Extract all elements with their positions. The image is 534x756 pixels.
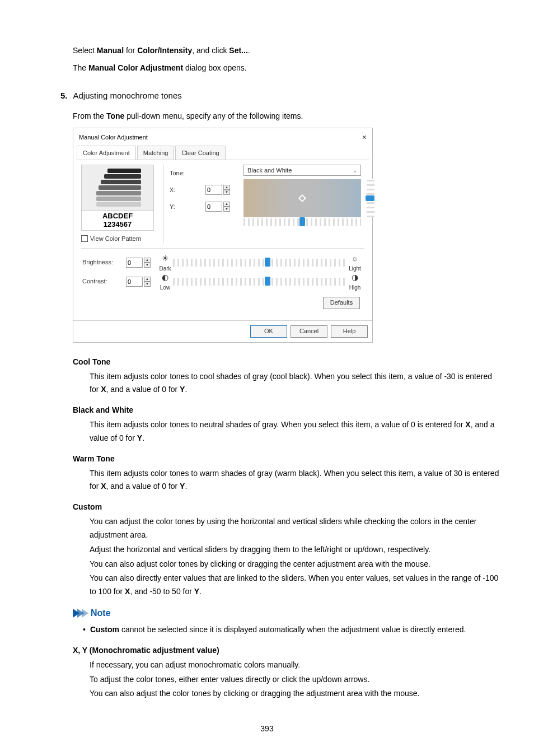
text: . — [185, 482, 187, 491]
brightness-spinner[interactable]: ▲▼ — [126, 254, 157, 271]
custom-p1: You can adjust the color tones by using … — [90, 515, 500, 542]
step-heading: 5. Adjusting monochrome tones — [60, 90, 500, 102]
y-spinner[interactable]: ▲▼ — [205, 198, 239, 215]
brightness-light-icon: ☼ — [345, 253, 364, 264]
custom-p4: You can also directly enter values that … — [90, 572, 500, 599]
contrast-input[interactable] — [126, 277, 143, 287]
text: cannot be selected since it is displayed… — [119, 625, 466, 634]
contrast-row: Contrast: ▲▼ ◐ Low ◑ High — [81, 272, 364, 291]
tab-color-adjustment[interactable]: Color Adjustment — [77, 146, 136, 160]
desc-cool-tone: This item adjusts color tones to cool sh… — [90, 370, 500, 397]
intro-line-1: Select Manual for Color/Intensity, and c… — [73, 45, 500, 57]
contrast-high-icon: ◑ — [345, 272, 364, 283]
cancel-button[interactable]: Cancel — [291, 325, 327, 338]
desc-warm-tone: This item adjusts color tones to warm sh… — [90, 467, 500, 494]
slider-thumb — [265, 258, 270, 267]
text-bold: Custom — [90, 625, 119, 634]
note-text: Custom cannot be selected since it is di… — [90, 623, 466, 637]
ok-button[interactable]: OK — [250, 325, 287, 338]
term-black-white: Black and White — [73, 404, 500, 416]
y-input[interactable] — [205, 202, 222, 212]
text: , and a value of 0 for — [106, 385, 180, 394]
term-xy: X, Y (Monochromatic adjustment value) — [73, 645, 500, 656]
down-arrow-icon[interactable]: ▼ — [144, 263, 151, 268]
text: pull-down menu, specify any of the follo… — [124, 111, 303, 120]
down-arrow-icon[interactable]: ▼ — [223, 207, 230, 212]
x-input[interactable] — [205, 185, 222, 195]
note-heading: Note — [73, 606, 500, 620]
y-label: Y: — [170, 198, 205, 215]
x-label: X: — [170, 181, 205, 198]
text-bold: Y — [137, 433, 142, 442]
text-bold: Y — [194, 587, 199, 596]
down-arrow-icon[interactable]: ▼ — [223, 190, 230, 195]
bullet-icon: • — [83, 623, 86, 637]
up-arrow-icon[interactable]: ▲ — [144, 277, 151, 282]
desc-custom: You can adjust the color tones by using … — [90, 515, 500, 599]
text-bold: X — [101, 385, 106, 394]
contrast-low-icon: ◐ — [157, 272, 173, 283]
term-warm-tone: Warm Tone — [73, 453, 500, 465]
intro-line-2: The Manual Color Adjustment dialog box o… — [73, 62, 500, 74]
brightness-slider[interactable] — [173, 259, 345, 267]
down-arrow-icon[interactable]: ▼ — [144, 282, 151, 287]
low-label: Low — [157, 283, 173, 292]
slider-thumb — [299, 217, 305, 226]
brightness-dark-icon: ☀ — [157, 253, 173, 264]
text: for — [124, 46, 137, 55]
x-spinner[interactable]: ▲▼ — [205, 181, 239, 198]
preview-text-1: ABCDEF — [82, 212, 153, 221]
tab-matching[interactable]: Matching — [137, 146, 175, 160]
help-button[interactable]: Help — [331, 325, 368, 338]
up-arrow-icon[interactable]: ▲ — [223, 185, 230, 190]
tab-clear-coating[interactable]: Clear Coating — [175, 146, 225, 160]
chevron-down-icon: ⌄ — [353, 166, 357, 175]
contrast-slider[interactable] — [173, 278, 345, 286]
text: . — [199, 587, 202, 596]
y-slider[interactable] — [367, 179, 374, 217]
dialog-title: Manual Color Adjustment — [79, 133, 148, 142]
text: . — [185, 385, 187, 394]
dialog-tabs: Color Adjustment Matching Clear Coating — [73, 146, 372, 160]
text: . — [142, 433, 144, 442]
brightness-row: Brightness: ▲▼ ☀ Dark ☼ Light — [81, 253, 364, 272]
tone-adjustment-area[interactable] — [243, 179, 361, 217]
text-bold: X — [125, 587, 130, 596]
note-body: • Custom cannot be selected since it is … — [83, 623, 500, 637]
defaults-button[interactable]: Defaults — [323, 297, 360, 309]
slider-thumb — [265, 277, 270, 286]
text: dialog box opens. — [183, 63, 247, 72]
up-arrow-icon[interactable]: ▲ — [223, 202, 230, 207]
desc-xy: If necessary, you can adjust monochromat… — [90, 659, 500, 701]
close-icon[interactable]: × — [362, 132, 367, 143]
tone-select-value: Black and White — [247, 166, 292, 175]
page-number: 393 — [34, 723, 500, 735]
step-title: Adjusting monochrome tones — [73, 90, 182, 102]
manual-color-adjustment-dialog: Manual Color Adjustment × Color Adjustme… — [73, 128, 373, 343]
xy-p2: To adjust the color tones, either enter … — [90, 673, 500, 687]
checkbox-icon — [81, 235, 88, 242]
dialog-footer: OK Cancel Help — [73, 320, 372, 342]
desc-black-white: This item adjusts color tones to neutral… — [90, 418, 500, 445]
xy-p3: You can also adjust the color tones by c… — [90, 687, 500, 701]
checkbox-label: View Color Pattern — [90, 234, 142, 244]
text-bold: Manual — [97, 46, 124, 55]
x-slider[interactable] — [243, 218, 361, 226]
view-color-pattern-checkbox[interactable]: View Color Pattern — [81, 234, 160, 244]
contrast-spinner[interactable]: ▲▼ — [126, 273, 157, 290]
term-custom: Custom — [73, 501, 500, 513]
slider-thumb — [366, 195, 374, 201]
tone-label: Tone: — [170, 165, 205, 181]
brightness-input[interactable] — [126, 258, 143, 268]
preview-text-2: 1234567 — [82, 220, 153, 229]
text-bold: X — [101, 482, 106, 491]
preview-image: ABCDEF 1234567 — [81, 165, 154, 231]
marker-icon — [298, 194, 306, 202]
up-arrow-icon[interactable]: ▲ — [144, 258, 151, 263]
text: Select — [73, 46, 97, 55]
dialog-titlebar: Manual Color Adjustment × — [73, 128, 372, 146]
tone-select[interactable]: Black and White ⌄ — [243, 165, 361, 176]
note-icon — [73, 609, 86, 618]
text-bold: Tone — [106, 111, 124, 120]
brightness-label: Brightness: — [81, 258, 126, 267]
